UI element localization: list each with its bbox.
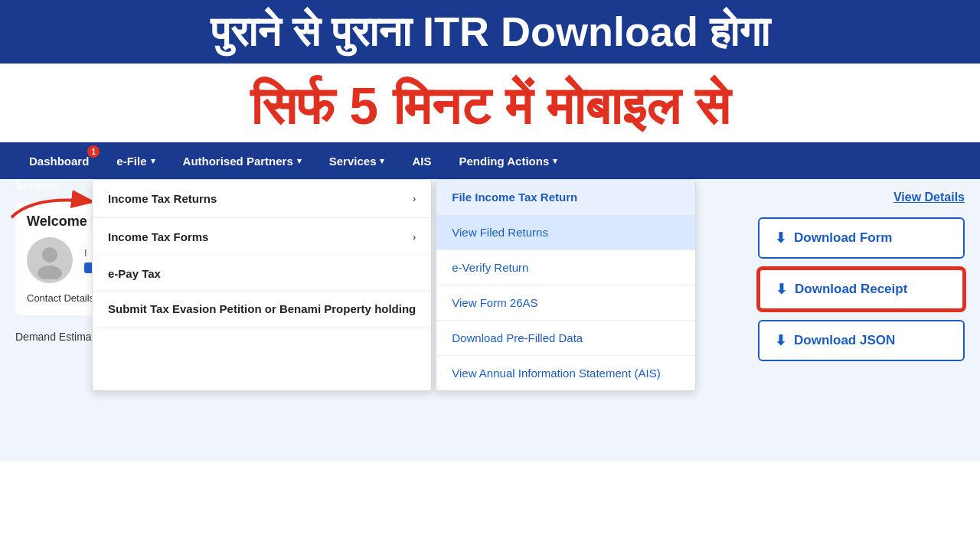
nav-ais[interactable]: AIS: [398, 142, 445, 179]
service-view-ais[interactable]: View Annual Information Statement (AIS): [436, 356, 695, 390]
view-details-link[interactable]: View Details: [893, 191, 965, 204]
navbar: Dashboard 1 e-File ▾ Authorised Partners…: [0, 142, 980, 179]
left-panel: Dashboard Welcome B I Contact Details Up…: [0, 179, 743, 461]
efile-epay-tax[interactable]: e-Pay Tax: [93, 256, 431, 292]
download-form-icon: ⬇: [775, 230, 786, 246]
nav-dashboard[interactable]: Dashboard 1: [15, 142, 103, 179]
efile-income-tax-forms[interactable]: Income Tax Forms ›: [93, 218, 431, 256]
download-receipt-button[interactable]: ⬇ Download Receipt: [758, 268, 965, 311]
svg-point-1: [38, 266, 62, 279]
svg-point-0: [42, 247, 57, 262]
nav-services[interactable]: Services ▾: [315, 142, 399, 179]
service-view-filed[interactable]: View Filed Returns: [436, 215, 695, 250]
efile-tax-evasion[interactable]: Submit Tax Evasion Petition or Benami Pr…: [93, 292, 431, 328]
pending-arrow-icon: ▾: [553, 156, 557, 166]
service-view-26as[interactable]: View Form 26AS: [436, 285, 695, 321]
subtitle-text: सिर्फ 5 मिनट में मोबाइल से: [23, 77, 957, 135]
efile-arrow-icon: ▾: [151, 156, 155, 166]
services-dropdown: File Income Tax Return View Filed Return…: [436, 179, 696, 391]
returns-chevron-icon: ›: [413, 193, 416, 204]
nav-authorised-partners[interactable]: Authorised Partners ▾: [169, 142, 315, 179]
efile-income-tax-returns[interactable]: Income Tax Returns ›: [93, 180, 431, 218]
partners-arrow-icon: ▾: [297, 156, 302, 166]
download-json-button[interactable]: ⬇ Download JSON: [758, 320, 965, 361]
download-json-icon: ⬇: [775, 332, 786, 349]
contact-label: Contact Details: [27, 292, 94, 304]
dashboard-label: Dashboard: [14, 181, 59, 191]
service-e-verify[interactable]: e-Verify Return: [436, 250, 695, 285]
dashboard-badge-1: 1: [87, 145, 100, 158]
main-title: पुराने से पुराना ITR Download होगा: [23, 9, 957, 54]
dropdown-container: Income Tax Returns › Income Tax Forms › …: [92, 179, 696, 391]
service-download-prefilled[interactable]: Download Pre-Filled Data: [436, 321, 695, 356]
forms-chevron-icon: ›: [413, 231, 416, 243]
top-banner: पुराने से पुराना ITR Download होगा: [0, 0, 980, 64]
services-arrow-icon: ▾: [380, 156, 384, 166]
service-file-itr[interactable]: File Income Tax Return: [436, 180, 695, 215]
user-avatar: [27, 237, 73, 283]
efile-dropdown: Income Tax Returns › Income Tax Forms › …: [92, 179, 432, 391]
nav-efile[interactable]: e-File ▾: [103, 142, 168, 179]
download-receipt-icon: ⬇: [776, 281, 787, 298]
middle-section: सिर्फ 5 मिनट में मोबाइल से: [0, 64, 980, 142]
download-form-button[interactable]: ⬇ Download Form: [758, 217, 965, 259]
right-panel: View Details ⬇ Download Form ⬇ Download …: [743, 179, 980, 461]
nav-pending-actions[interactable]: Pending Actions ▾: [446, 142, 572, 179]
